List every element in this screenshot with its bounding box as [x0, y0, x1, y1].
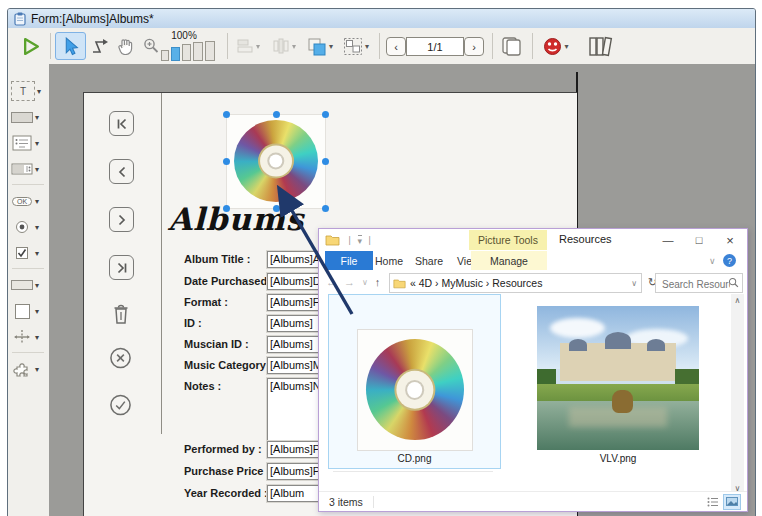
tab-share[interactable]: Share — [407, 251, 451, 270]
field-label[interactable]: Performed by : — [184, 443, 262, 455]
address-dropdown-icon[interactable]: ∨ — [631, 279, 637, 288]
field-label[interactable]: Muscian ID : — [184, 338, 249, 350]
execute-form-button[interactable] — [18, 34, 44, 58]
listbox-tool[interactable]: ▾ — [11, 132, 47, 154]
breadcrumb[interactable]: « 4D › MyMusic › Resources — [410, 277, 542, 289]
field-label[interactable]: Purchase Price : — [184, 465, 270, 477]
tab-manage[interactable]: Manage — [471, 251, 547, 270]
text-tool[interactable]: T▾ — [11, 80, 47, 102]
quick-access-toolbar[interactable]: ❘▾❘ — [340, 235, 374, 246]
rectangle-tool[interactable]: ▾ — [11, 300, 47, 322]
cancel-button[interactable] — [109, 346, 132, 369]
ribbon-expand-chevron-icon[interactable]: ∨ — [701, 251, 724, 270]
resize-handle-nw[interactable] — [223, 111, 230, 118]
search-box[interactable] — [655, 273, 743, 293]
plugin-tool-dropdown[interactable]: ▾ — [35, 365, 39, 374]
level-dropdown-arrow[interactable]: ▾ — [329, 42, 333, 51]
checkbox-tool-dropdown[interactable]: ▾ — [35, 249, 39, 258]
plugin-tool[interactable]: ▾ — [11, 358, 47, 380]
field-label[interactable]: ID : — [184, 317, 202, 329]
zoom-bar-200[interactable] — [182, 44, 191, 61]
search-input[interactable] — [660, 277, 732, 293]
field-label[interactable]: Music Category : — [184, 359, 273, 371]
recent-locations-icon[interactable]: ∨ — [362, 278, 368, 287]
object-library-button[interactable] — [584, 34, 618, 58]
zoom-bar-100-active[interactable] — [171, 47, 180, 61]
combobox-tool[interactable]: ▾ — [11, 158, 47, 180]
input-tool-dropdown[interactable]: ▾ — [35, 113, 39, 122]
up-icon[interactable]: ↑ — [375, 276, 381, 288]
radio-tool-dropdown[interactable]: ▾ — [35, 223, 39, 232]
align-dropdown-arrow[interactable]: ▾ — [256, 42, 260, 51]
radio-tool[interactable]: ▾ — [11, 216, 47, 238]
button-tool[interactable]: OK▾ — [11, 190, 47, 212]
column-divider-line[interactable] — [161, 93, 162, 434]
splitter-tool-dropdown[interactable]: ▾ — [35, 333, 39, 342]
next-record-button[interactable] — [109, 207, 134, 232]
form-pages-button[interactable] — [498, 34, 526, 58]
selection-tool-button[interactable] — [55, 32, 86, 60]
zoom-bars[interactable] — [158, 41, 220, 61]
resize-handle-se[interactable] — [322, 205, 329, 212]
field-label[interactable]: Date Purchased : — [184, 275, 274, 287]
text-tool-dropdown[interactable]: ▾ — [37, 87, 41, 96]
zoom-bar-400[interactable] — [193, 42, 203, 61]
field-label[interactable]: Album Title : — [184, 253, 250, 265]
rectangle-tool-dropdown[interactable]: ▾ — [35, 307, 39, 316]
distribute-dropdown-arrow[interactable]: ▾ — [292, 42, 296, 51]
back-icon[interactable]: ← — [326, 276, 337, 288]
database-dropdown-arrow[interactable]: ▾ — [564, 42, 568, 51]
button-tool-dropdown[interactable]: ▾ — [35, 197, 39, 206]
pan-tool-button[interactable] — [114, 34, 137, 58]
group-dropdown-arrow[interactable]: ▾ — [365, 42, 369, 51]
resize-handle-e[interactable] — [322, 158, 329, 165]
resize-handle-n[interactable] — [273, 111, 280, 118]
database-objects-button[interactable]: ▾ — [538, 35, 574, 57]
zoom-bar-800[interactable] — [205, 41, 215, 61]
previous-page-button[interactable]: ‹ — [386, 37, 406, 56]
resize-handle-ne[interactable] — [322, 111, 329, 118]
field-input[interactable]: [Albums]P — [267, 463, 325, 480]
minimize-button[interactable]: — — [653, 229, 683, 251]
align-objects-button[interactable]: ▾ — [233, 36, 263, 56]
indicator-tool[interactable]: ▾ — [11, 274, 47, 296]
field-label[interactable]: Year Recorded : — [184, 487, 268, 499]
field-label[interactable]: Format : — [184, 296, 228, 308]
thumbnail-view-button[interactable] — [723, 494, 741, 510]
last-record-button[interactable] — [109, 255, 134, 280]
group-objects-button[interactable]: ▾ — [339, 34, 373, 58]
details-view-button[interactable] — [705, 495, 721, 509]
previous-record-button[interactable] — [109, 159, 134, 184]
splitter-tool[interactable]: ▾ — [11, 326, 47, 348]
close-button[interactable]: × — [715, 229, 745, 251]
resize-handle-w[interactable] — [223, 158, 230, 165]
field-input[interactable]: [Album — [267, 485, 321, 502]
delete-record-button[interactable] — [109, 300, 132, 327]
listbox-tool-dropdown[interactable]: ▾ — [35, 139, 39, 148]
maximize-button[interactable]: □ — [684, 229, 714, 251]
explorer-titlebar[interactable]: ❘▾❘ Picture Tools Resources — □ × — [319, 229, 747, 251]
form-editor-titlebar[interactable]: Form:[Albums]Albums* — [8, 9, 755, 28]
file-tile-vlv[interactable]: VLV.png — [533, 306, 703, 474]
forward-icon[interactable]: → — [344, 276, 355, 288]
form-title-text[interactable]: Albums — [168, 201, 304, 237]
address-box[interactable]: « 4D › MyMusic › Resources ∨ — [389, 273, 642, 293]
zoom-bar-50[interactable] — [161, 50, 169, 61]
content-scrollbar[interactable]: ∧ ∨ — [731, 294, 744, 495]
cd-picture-object[interactable] — [227, 115, 325, 208]
tab-home[interactable]: Home — [367, 251, 411, 270]
input-tool[interactable]: ▾ — [11, 106, 47, 128]
move-level-button[interactable]: ▾ — [303, 34, 337, 58]
accept-button[interactable] — [109, 393, 132, 416]
entry-order-tool-button[interactable] — [88, 34, 112, 58]
help-button[interactable]: ? — [723, 251, 736, 270]
checkbox-tool[interactable]: ▾ — [11, 242, 47, 264]
field-label[interactable]: Notes : — [184, 380, 221, 392]
distribute-objects-button[interactable]: ▾ — [268, 36, 300, 56]
scroll-up-icon[interactable]: ∧ — [735, 296, 741, 305]
first-record-button[interactable] — [109, 111, 134, 136]
file-tile-cd[interactable]: CD.png — [328, 294, 501, 469]
combobox-tool-dropdown[interactable]: ▾ — [35, 165, 39, 174]
indicator-tool-dropdown[interactable]: ▾ — [35, 281, 39, 290]
next-page-button[interactable]: › — [464, 37, 484, 56]
